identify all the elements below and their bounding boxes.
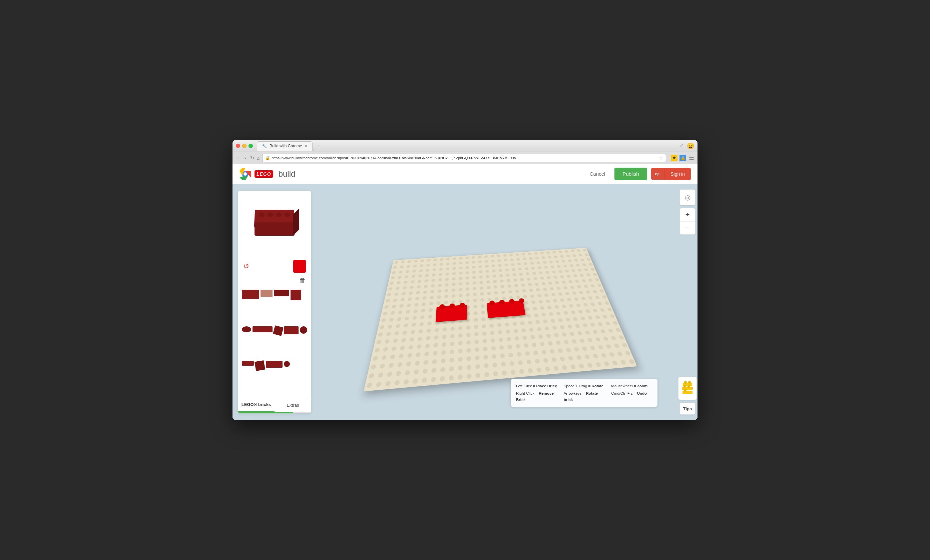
tabs-row: LEGO® bricks Extras [238,398,311,412]
baseplate[interactable] [363,248,637,391]
tab-close-icon[interactable]: ✕ [305,144,308,148]
zoom-group: + − [679,208,696,235]
color-swatch[interactable] [293,260,306,273]
svg-point-3 [243,172,247,176]
address-bar: ‹ › ↻ ⌂ 🔒 https://www.buildwithchrome.co… [232,152,698,164]
list-item[interactable] [242,290,259,299]
progress-bar-fill [238,412,293,413]
build-label: build [279,169,296,179]
rotate-icon[interactable]: ↺ [243,262,249,271]
publish-button[interactable]: Publish [614,168,647,180]
new-tab-button[interactable]: + [315,143,322,149]
list-item[interactable] [266,361,283,368]
url-bar[interactable]: 🔒 https://www.buildwithchrome.com/builde… [262,154,666,162]
lego-logo: LEGO [254,170,273,178]
brick-stack-button[interactable] [678,377,697,400]
zoom-in-button[interactable]: + [679,208,696,221]
selected-brick-3d [251,209,298,239]
home-button[interactable]: ⌂ [257,155,260,161]
signin-button[interactable]: Sign in [664,168,691,180]
baseplate-wrapper [383,235,610,375]
emoji-icon: 😄 [687,142,694,150]
tab-lego-bricks[interactable]: LEGO® bricks [238,398,274,412]
reload-button[interactable]: ↻ [250,155,254,161]
ssl-icon: 🔒 [265,156,270,160]
list-item[interactable] [284,326,299,334]
app-content: LEGO build Cancel Publish g+ Sign in [232,164,698,420]
left-panel: ↺ 🗑 [238,191,311,413]
resize-icon: ⤢ [679,142,684,150]
tip-rotate: Space + Drag = Rotate [564,383,605,389]
placed-brick-1[interactable] [436,305,467,322]
tip-rotate-brick: Arrowkeys = Rotate brick [564,390,605,403]
progress-bar-wrap [238,412,311,413]
list-item[interactable] [273,325,283,336]
tips-panel: Left Click = Place Brick Space + Drag = … [511,379,657,407]
list-item[interactable] [284,361,290,367]
browser-menu-icon[interactable]: ☰ [689,154,694,162]
extension-icons: ★ 🔒 [671,155,686,161]
tab-bar: 🔧 Build with Chrome ✕ + [257,141,679,151]
list-item[interactable] [242,361,254,366]
list-item[interactable] [253,326,273,332]
right-sidebar: ◎ + − [677,184,698,420]
list-item[interactable] [242,326,251,332]
tip-undo: Cmd/Ctrl + z = Undo [611,390,652,403]
ext-icon-1[interactable]: ★ [671,155,677,161]
gplus-signin: g+ Sign in [651,168,691,180]
list-item[interactable] [274,290,289,296]
list-item[interactable] [254,361,265,371]
placed-brick-2[interactable] [487,301,525,318]
color-rotate-row: ↺ [238,257,311,275]
bookmark-star-icon[interactable]: ☆ [659,155,663,161]
bricks-collection [238,287,311,398]
list-item[interactable] [300,326,307,334]
maximize-button[interactable] [248,144,253,148]
list-item[interactable] [260,290,273,297]
chrome-logo [239,168,251,180]
tab-favicon: 🔧 [262,144,267,148]
brick-preview-area [238,191,311,257]
title-bar: 🔧 Build with Chrome ✕ + ⤢ 😄 [232,140,698,152]
zoom-out-button[interactable]: − [679,221,696,235]
mac-window: 🔧 Build with Chrome ✕ + ⤢ 😄 ‹ › ↻ ⌂ 🔒 ht… [232,140,698,420]
forward-button[interactable]: › [243,153,247,162]
tip-zoom: Mousewheel = Zoom [611,383,652,389]
compass-button[interactable]: ◎ [679,189,696,205]
close-button[interactable] [236,144,240,148]
trash-icon[interactable]: 🗑 [299,277,306,284]
ext-icon-2[interactable]: 🔒 [679,155,686,161]
lego-yellow-stack-icon [682,382,693,395]
gplus-icon-button[interactable]: g+ [651,168,665,180]
header-actions: Cancel Publish g+ Sign in [584,168,691,180]
tip-place-brick: Left Click = Place Brick [516,383,557,389]
traffic-lights [236,144,253,148]
list-item[interactable] [291,290,301,300]
window-controls: ⤢ 😄 [679,142,694,150]
builder-area: ↺ 🗑 [232,184,698,420]
url-text: https://www.buildwithchrome.com/builder#… [271,156,519,160]
tab-extras[interactable]: Extras [274,398,311,412]
browser-tab[interactable]: 🔧 Build with Chrome ✕ [257,141,313,151]
tip-remove-brick: Right Click = Remove Brick [516,390,557,403]
app-header: LEGO build Cancel Publish g+ Sign in [232,164,698,184]
cancel-button[interactable]: Cancel [584,168,611,180]
minimize-button[interactable] [242,144,246,148]
canvas-area[interactable]: Left Click = Place Brick Space + Drag = … [317,184,677,420]
tips-button[interactable]: Tips [679,403,696,415]
back-button[interactable]: ‹ [236,153,240,162]
trash-row: 🗑 [238,275,311,287]
logo-area: LEGO build [239,168,295,180]
compass-icon: ◎ [685,193,690,201]
tab-title: Build with Chrome [269,144,302,148]
